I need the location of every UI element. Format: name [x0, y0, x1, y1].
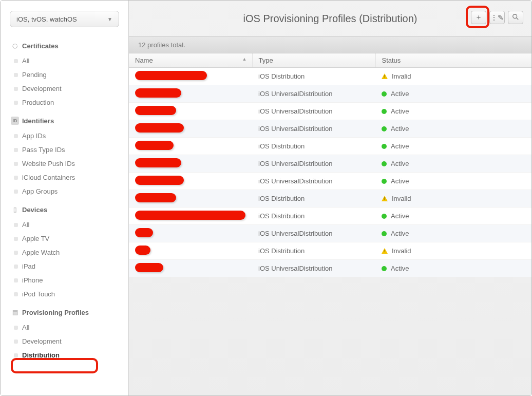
toolbar: ＋ ⋮✎: [471, 11, 523, 24]
cell-status: Active: [375, 260, 531, 277]
sidebar-item[interactable]: iPad: [1, 259, 128, 273]
table-row[interactable]: iOS UniversalDistributionActive: [129, 225, 531, 242]
cell-type: iOS Distribution: [252, 208, 375, 225]
status-active-icon: [382, 126, 387, 131]
sidebar-item[interactable]: Pending: [1, 68, 128, 82]
cell-type: iOS UniversalDistribution: [252, 120, 375, 138]
cell-status: Invalid: [375, 242, 531, 260]
cell-type: iOS UniversalDistribution: [252, 225, 375, 242]
sidebar-item[interactable]: Apple TV: [1, 232, 128, 246]
sidebar-item[interactable]: iPod Touch: [1, 287, 128, 301]
cell-name: [129, 173, 252, 190]
page-title: iOS Provisioning Profiles (Distribution): [243, 13, 417, 25]
sidebar-item[interactable]: Pass Type IDs: [1, 143, 128, 157]
cell-name: [129, 120, 252, 138]
table-row[interactable]: iOS DistributionActive: [129, 208, 531, 225]
svg-point-0: [513, 14, 517, 18]
sidebar-item-label: App IDs: [22, 132, 46, 140]
section-header-certificates[interactable]: ◌ Certificates: [1, 37, 128, 54]
search-button[interactable]: [508, 11, 523, 24]
section-identifiers: ID Identifiers App IDsPass Type IDsWebsi…: [1, 112, 128, 198]
cell-type: iOS UniversalDistribution: [252, 85, 375, 103]
sidebar-item[interactable]: All: [1, 320, 128, 334]
table-row[interactable]: iOS DistributionInvalid: [129, 68, 531, 85]
cell-name: [129, 85, 252, 103]
cell-status: Active: [375, 138, 531, 155]
section-label: Identifiers: [22, 117, 54, 125]
cell-status: Active: [375, 85, 531, 103]
section-label: Devices: [22, 206, 47, 214]
redacted-name: [135, 228, 153, 237]
table-row[interactable]: iOS UniversalDistributionActive: [129, 173, 531, 190]
table-row[interactable]: iOS UniversalDistributionActive: [129, 260, 531, 277]
sidebar-item-label: All: [22, 221, 29, 229]
sidebar-item[interactable]: Website Push IDs: [1, 157, 128, 171]
plus-icon: ＋: [475, 13, 482, 22]
section-provisioning: ▤ Provisioning Profiles AllDevelopmentDi…: [1, 304, 128, 362]
status-active-icon: [382, 91, 387, 97]
redacted-name: [135, 158, 181, 167]
count-bar: 12 profiles total.: [129, 36, 531, 53]
sidebar-item-label: iCloud Containers: [22, 174, 75, 181]
sidebar-item[interactable]: iPhone: [1, 273, 128, 287]
sidebar-item-label: Apple Watch: [22, 249, 60, 256]
add-button[interactable]: ＋: [471, 11, 486, 24]
column-header-name[interactable]: Name ▲: [129, 53, 252, 68]
cell-type: iOS Distribution: [252, 138, 375, 155]
sidebar-item[interactable]: Development: [1, 334, 128, 348]
edit-button[interactable]: ⋮✎: [489, 11, 505, 24]
cell-type: iOS Distribution: [252, 190, 375, 208]
sidebar-item[interactable]: App IDs: [1, 129, 128, 143]
cell-status: Active: [375, 103, 531, 120]
cell-status: Invalid: [375, 190, 531, 208]
cell-name: [129, 103, 252, 120]
sidebar-item-label: Apple TV: [22, 235, 49, 242]
cell-name: [129, 208, 252, 225]
platform-selector[interactable]: iOS, tvOS, watchOS ▼: [10, 11, 119, 27]
status-label: Active: [391, 142, 409, 150]
status-label: Active: [391, 177, 409, 185]
status-label: Invalid: [392, 247, 411, 255]
cell-status: Active: [375, 208, 531, 225]
cell-name: [129, 242, 252, 260]
section-header-devices[interactable]: ▯ Devices: [1, 201, 128, 218]
cell-status: Invalid: [375, 68, 531, 85]
cell-status: Active: [375, 225, 531, 242]
table-row[interactable]: iOS DistributionInvalid: [129, 242, 531, 260]
sidebar-item[interactable]: App Groups: [1, 184, 128, 198]
section-label: Certificates: [22, 42, 59, 50]
table-row[interactable]: iOS UniversalDistributionActive: [129, 85, 531, 103]
table-row[interactable]: iOS UniversalDistributionActive: [129, 103, 531, 120]
sidebar-item-label: All: [22, 57, 29, 65]
cell-type: iOS UniversalDistribution: [252, 173, 375, 190]
table-row[interactable]: iOS DistributionActive: [129, 138, 531, 155]
status-warning-icon: [382, 248, 388, 254]
sidebar-item-label: iPod Touch: [22, 290, 55, 298]
platform-selector-label: iOS, tvOS, watchOS: [16, 15, 77, 23]
redacted-name: [135, 176, 184, 185]
status-active-icon: [382, 214, 387, 219]
section-header-provisioning[interactable]: ▤ Provisioning Profiles: [1, 304, 128, 320]
profiles-table: Name ▲ Type Status iOS DistributionInval…: [129, 53, 531, 277]
certificate-icon: ◌: [11, 42, 19, 50]
chevron-down-icon: ▼: [107, 16, 112, 22]
sidebar-item[interactable]: iCloud Containers: [1, 171, 128, 184]
sidebar-item[interactable]: All: [1, 218, 128, 232]
redacted-name: [135, 211, 245, 220]
column-header-type[interactable]: Type: [252, 53, 375, 68]
section-header-identifiers[interactable]: ID Identifiers: [1, 112, 128, 129]
sidebar-item-label: All: [22, 324, 29, 331]
table-row[interactable]: iOS UniversalDistributionActive: [129, 120, 531, 138]
status-label: Active: [391, 107, 409, 115]
main-panel: iOS Provisioning Profiles (Distribution)…: [129, 1, 531, 395]
sidebar-item[interactable]: Development: [1, 82, 128, 96]
sidebar-item[interactable]: Apple Watch: [1, 246, 128, 259]
sidebar-item[interactable]: Production: [1, 96, 128, 109]
sidebar-item[interactable]: All: [1, 54, 128, 68]
column-header-status[interactable]: Status: [375, 53, 531, 68]
sidebar-item[interactable]: Distribution: [1, 348, 128, 362]
status-label: Active: [391, 90, 409, 98]
table-row[interactable]: iOS UniversalDistributionActive: [129, 155, 531, 173]
table-row[interactable]: iOS DistributionInvalid: [129, 190, 531, 208]
section-devices: ▯ Devices AllApple TVApple WatchiPadiPho…: [1, 201, 128, 301]
